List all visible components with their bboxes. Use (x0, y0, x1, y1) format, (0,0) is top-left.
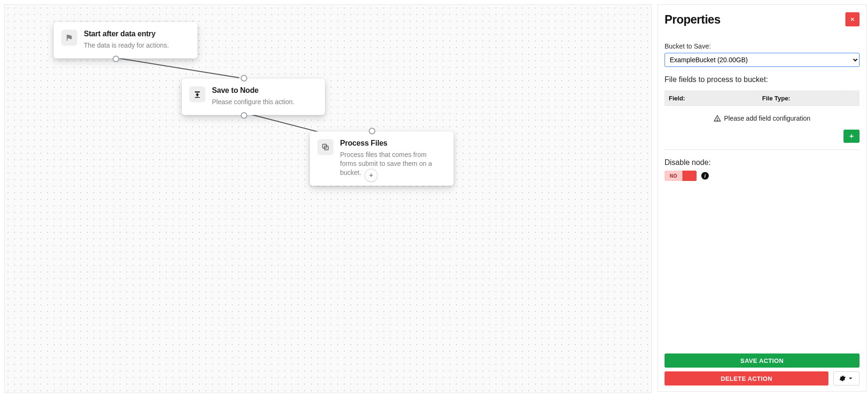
table-header-actions (840, 91, 859, 106)
divider (665, 149, 860, 150)
node-port[interactable] (113, 56, 119, 62)
disable-node-toggle[interactable]: NO (665, 171, 697, 181)
bucket-select[interactable]: ExampleBucket (20.00GB) (665, 53, 860, 67)
toggle-label: NO (665, 171, 682, 181)
delete-action-button[interactable]: DELETE ACTION (665, 371, 828, 386)
copy-icon (317, 139, 333, 155)
save-action-button[interactable]: SAVE ACTION (665, 353, 860, 368)
toggle-knob (682, 171, 697, 181)
svg-line-0 (114, 57, 239, 78)
download-icon (189, 86, 205, 102)
node-port[interactable] (369, 128, 375, 134)
node-title: Process Files (340, 139, 444, 148)
add-node-button[interactable] (365, 169, 378, 182)
svg-point-4 (717, 120, 717, 120)
workflow-canvas[interactable]: Start after data entry The data is ready… (4, 4, 652, 393)
table-header-type: File Type: (758, 91, 840, 106)
empty-state-text: Please add field configuration (724, 115, 811, 122)
warning-icon (714, 115, 721, 122)
info-icon[interactable]: i (701, 172, 709, 180)
node-subtitle: Process files that comes from forms subm… (340, 150, 444, 177)
node-title: Start after data entry (84, 30, 169, 38)
settings-dropdown-button[interactable] (833, 371, 860, 386)
node-subtitle: The data is ready for actions. (84, 41, 169, 50)
bucket-label: Bucket to Save: (665, 42, 860, 50)
table-header-field: Field: (665, 91, 758, 106)
add-field-button[interactable] (844, 130, 860, 143)
node-subtitle: Please configure this action. (212, 98, 294, 107)
field-config-table: Field: File Type: (665, 90, 860, 106)
close-panel-button[interactable] (845, 12, 860, 26)
node-port[interactable] (241, 112, 247, 119)
disable-node-label: Disable node: (665, 158, 860, 167)
node-title: Save to Node (212, 86, 294, 95)
node-start[interactable]: Start after data entry The data is ready… (54, 22, 197, 58)
file-fields-label: File fields to process to bucket: (665, 75, 860, 84)
node-save[interactable]: Save to Node Please configure this actio… (182, 79, 325, 115)
node-port[interactable] (241, 75, 247, 82)
flag-icon (61, 30, 77, 46)
properties-panel: Properties Bucket to Save: ExampleBucket… (657, 4, 867, 392)
node-process[interactable]: Process Files Process files that comes f… (310, 131, 454, 186)
workflow-edges (5, 5, 651, 393)
panel-title: Properties (665, 13, 721, 26)
caret-down-icon (847, 375, 854, 382)
